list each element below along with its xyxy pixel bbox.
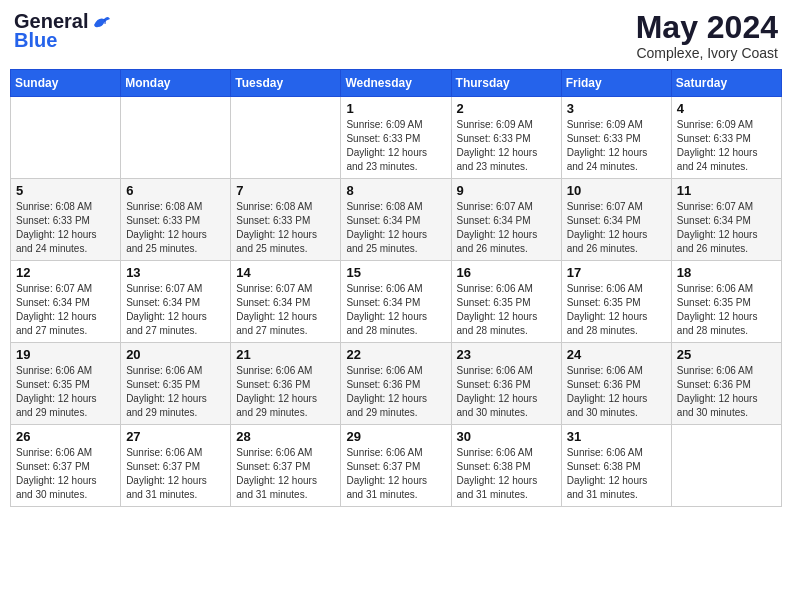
calendar-cell: 24Sunrise: 6:06 AM Sunset: 6:36 PM Dayli… (561, 343, 671, 425)
day-number: 3 (567, 101, 666, 116)
day-info: Sunrise: 6:06 AM Sunset: 6:35 PM Dayligh… (457, 282, 556, 338)
day-number: 7 (236, 183, 335, 198)
title-block: May 2024 Complexe, Ivory Coast (636, 10, 778, 61)
calendar-cell: 8Sunrise: 6:08 AM Sunset: 6:34 PM Daylig… (341, 179, 451, 261)
day-number: 17 (567, 265, 666, 280)
weekday-header-monday: Monday (121, 70, 231, 97)
day-number: 1 (346, 101, 445, 116)
calendar-cell: 14Sunrise: 6:07 AM Sunset: 6:34 PM Dayli… (231, 261, 341, 343)
day-info: Sunrise: 6:06 AM Sunset: 6:37 PM Dayligh… (236, 446, 335, 502)
day-info: Sunrise: 6:06 AM Sunset: 6:36 PM Dayligh… (457, 364, 556, 420)
calendar-cell (671, 425, 781, 507)
day-info: Sunrise: 6:06 AM Sunset: 6:37 PM Dayligh… (126, 446, 225, 502)
day-info: Sunrise: 6:07 AM Sunset: 6:34 PM Dayligh… (567, 200, 666, 256)
calendar-cell (121, 97, 231, 179)
day-info: Sunrise: 6:09 AM Sunset: 6:33 PM Dayligh… (457, 118, 556, 174)
day-info: Sunrise: 6:09 AM Sunset: 6:33 PM Dayligh… (567, 118, 666, 174)
location: Complexe, Ivory Coast (636, 45, 778, 61)
day-info: Sunrise: 6:06 AM Sunset: 6:37 PM Dayligh… (16, 446, 115, 502)
day-info: Sunrise: 6:07 AM Sunset: 6:34 PM Dayligh… (16, 282, 115, 338)
day-number: 23 (457, 347, 556, 362)
day-info: Sunrise: 6:08 AM Sunset: 6:33 PM Dayligh… (126, 200, 225, 256)
day-info: Sunrise: 6:06 AM Sunset: 6:36 PM Dayligh… (677, 364, 776, 420)
day-number: 11 (677, 183, 776, 198)
calendar-cell: 25Sunrise: 6:06 AM Sunset: 6:36 PM Dayli… (671, 343, 781, 425)
day-info: Sunrise: 6:06 AM Sunset: 6:36 PM Dayligh… (236, 364, 335, 420)
day-number: 25 (677, 347, 776, 362)
calendar-week-row: 26Sunrise: 6:06 AM Sunset: 6:37 PM Dayli… (11, 425, 782, 507)
logo-bird-icon (90, 11, 112, 33)
calendar-week-row: 1Sunrise: 6:09 AM Sunset: 6:33 PM Daylig… (11, 97, 782, 179)
logo: General Blue (14, 10, 112, 52)
day-number: 19 (16, 347, 115, 362)
calendar-cell: 20Sunrise: 6:06 AM Sunset: 6:35 PM Dayli… (121, 343, 231, 425)
day-number: 16 (457, 265, 556, 280)
day-number: 2 (457, 101, 556, 116)
calendar-cell (231, 97, 341, 179)
day-info: Sunrise: 6:06 AM Sunset: 6:36 PM Dayligh… (346, 364, 445, 420)
day-info: Sunrise: 6:07 AM Sunset: 6:34 PM Dayligh… (236, 282, 335, 338)
day-number: 20 (126, 347, 225, 362)
calendar-cell: 1Sunrise: 6:09 AM Sunset: 6:33 PM Daylig… (341, 97, 451, 179)
weekday-header-wednesday: Wednesday (341, 70, 451, 97)
calendar-week-row: 19Sunrise: 6:06 AM Sunset: 6:35 PM Dayli… (11, 343, 782, 425)
month-title: May 2024 (636, 10, 778, 45)
day-info: Sunrise: 6:06 AM Sunset: 6:38 PM Dayligh… (567, 446, 666, 502)
day-number: 9 (457, 183, 556, 198)
calendar-cell: 10Sunrise: 6:07 AM Sunset: 6:34 PM Dayli… (561, 179, 671, 261)
day-info: Sunrise: 6:08 AM Sunset: 6:33 PM Dayligh… (236, 200, 335, 256)
calendar-cell: 18Sunrise: 6:06 AM Sunset: 6:35 PM Dayli… (671, 261, 781, 343)
calendar-cell: 30Sunrise: 6:06 AM Sunset: 6:38 PM Dayli… (451, 425, 561, 507)
day-number: 15 (346, 265, 445, 280)
day-info: Sunrise: 6:06 AM Sunset: 6:37 PM Dayligh… (346, 446, 445, 502)
weekday-header-row: SundayMondayTuesdayWednesdayThursdayFrid… (11, 70, 782, 97)
calendar-cell: 22Sunrise: 6:06 AM Sunset: 6:36 PM Dayli… (341, 343, 451, 425)
calendar-cell: 13Sunrise: 6:07 AM Sunset: 6:34 PM Dayli… (121, 261, 231, 343)
calendar-cell: 21Sunrise: 6:06 AM Sunset: 6:36 PM Dayli… (231, 343, 341, 425)
day-number: 13 (126, 265, 225, 280)
calendar-cell: 19Sunrise: 6:06 AM Sunset: 6:35 PM Dayli… (11, 343, 121, 425)
day-number: 21 (236, 347, 335, 362)
calendar-cell: 9Sunrise: 6:07 AM Sunset: 6:34 PM Daylig… (451, 179, 561, 261)
day-number: 29 (346, 429, 445, 444)
day-number: 27 (126, 429, 225, 444)
page-header: General Blue May 2024 Complexe, Ivory Co… (10, 10, 782, 61)
calendar-cell: 23Sunrise: 6:06 AM Sunset: 6:36 PM Dayli… (451, 343, 561, 425)
weekday-header-saturday: Saturday (671, 70, 781, 97)
day-number: 28 (236, 429, 335, 444)
day-info: Sunrise: 6:06 AM Sunset: 6:35 PM Dayligh… (126, 364, 225, 420)
calendar-cell: 15Sunrise: 6:06 AM Sunset: 6:34 PM Dayli… (341, 261, 451, 343)
weekday-header-friday: Friday (561, 70, 671, 97)
day-number: 4 (677, 101, 776, 116)
calendar-cell: 11Sunrise: 6:07 AM Sunset: 6:34 PM Dayli… (671, 179, 781, 261)
day-number: 26 (16, 429, 115, 444)
day-number: 14 (236, 265, 335, 280)
day-number: 8 (346, 183, 445, 198)
calendar-cell: 29Sunrise: 6:06 AM Sunset: 6:37 PM Dayli… (341, 425, 451, 507)
day-number: 12 (16, 265, 115, 280)
calendar-cell: 31Sunrise: 6:06 AM Sunset: 6:38 PM Dayli… (561, 425, 671, 507)
calendar-cell: 26Sunrise: 6:06 AM Sunset: 6:37 PM Dayli… (11, 425, 121, 507)
day-number: 22 (346, 347, 445, 362)
day-info: Sunrise: 6:06 AM Sunset: 6:36 PM Dayligh… (567, 364, 666, 420)
day-info: Sunrise: 6:09 AM Sunset: 6:33 PM Dayligh… (677, 118, 776, 174)
calendar-cell: 6Sunrise: 6:08 AM Sunset: 6:33 PM Daylig… (121, 179, 231, 261)
calendar-cell: 3Sunrise: 6:09 AM Sunset: 6:33 PM Daylig… (561, 97, 671, 179)
calendar-cell: 28Sunrise: 6:06 AM Sunset: 6:37 PM Dayli… (231, 425, 341, 507)
calendar-cell: 5Sunrise: 6:08 AM Sunset: 6:33 PM Daylig… (11, 179, 121, 261)
calendar-cell: 2Sunrise: 6:09 AM Sunset: 6:33 PM Daylig… (451, 97, 561, 179)
calendar-week-row: 5Sunrise: 6:08 AM Sunset: 6:33 PM Daylig… (11, 179, 782, 261)
day-info: Sunrise: 6:07 AM Sunset: 6:34 PM Dayligh… (126, 282, 225, 338)
day-info: Sunrise: 6:06 AM Sunset: 6:35 PM Dayligh… (16, 364, 115, 420)
calendar-table: SundayMondayTuesdayWednesdayThursdayFrid… (10, 69, 782, 507)
day-number: 24 (567, 347, 666, 362)
day-info: Sunrise: 6:09 AM Sunset: 6:33 PM Dayligh… (346, 118, 445, 174)
day-number: 6 (126, 183, 225, 198)
day-number: 31 (567, 429, 666, 444)
calendar-cell: 4Sunrise: 6:09 AM Sunset: 6:33 PM Daylig… (671, 97, 781, 179)
day-info: Sunrise: 6:08 AM Sunset: 6:33 PM Dayligh… (16, 200, 115, 256)
day-number: 10 (567, 183, 666, 198)
calendar-cell: 27Sunrise: 6:06 AM Sunset: 6:37 PM Dayli… (121, 425, 231, 507)
calendar-cell: 7Sunrise: 6:08 AM Sunset: 6:33 PM Daylig… (231, 179, 341, 261)
calendar-cell: 17Sunrise: 6:06 AM Sunset: 6:35 PM Dayli… (561, 261, 671, 343)
